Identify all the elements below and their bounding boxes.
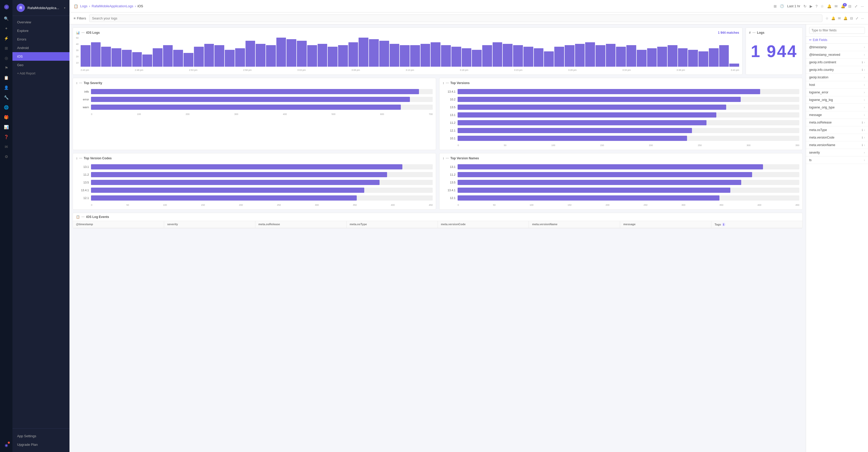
field-item[interactable]: meta.versionName ℹ › [806, 141, 868, 149]
field-item[interactable]: meta.versionCode ℹ › [806, 134, 868, 141]
matches-count: 1 944 matches [718, 31, 739, 34]
y-label: 30 [76, 49, 79, 52]
field-item[interactable]: meta.osType ℹ › [806, 126, 868, 134]
expand-icon[interactable]: ⤢ [855, 4, 858, 8]
profiling-nav-icon[interactable]: 📊 [2, 122, 11, 132]
display-icon[interactable]: ⊟ [850, 16, 853, 20]
bar-track [458, 188, 799, 193]
bar-label: 12.1 [76, 196, 89, 200]
export-icon[interactable]: ✉ [838, 16, 841, 20]
bar-track [91, 89, 433, 94]
tracing-nav-icon[interactable]: 🔧 [2, 93, 11, 102]
bell2-icon[interactable]: 🔔4 [841, 4, 845, 8]
field-item[interactable]: meta.osRelease ℹ › [806, 119, 868, 126]
info-icon: ℹ [862, 121, 863, 124]
filters-button[interactable]: ≡ Filters [74, 16, 86, 20]
edit-fields-button[interactable]: ✏ Edit Fields [806, 36, 868, 44]
field-item[interactable]: geoip.info.continent ℹ › [806, 59, 868, 66]
field-item[interactable]: logsene_error › [806, 89, 868, 96]
sidebar-item-geo[interactable]: Geo [12, 61, 69, 69]
histogram-bar [91, 42, 101, 67]
refresh-icon[interactable]: ↻ [803, 4, 807, 8]
filter-bell-icon[interactable]: 🔔 [843, 16, 847, 20]
sidebar-item-errors[interactable]: Errors [12, 35, 69, 44]
bar-track [458, 112, 799, 117]
explore-nav-icon[interactable]: ✦ [2, 24, 11, 33]
fullscreen-icon[interactable]: ⤢ [856, 16, 859, 20]
field-item[interactable]: message › [806, 111, 868, 119]
histogram-bar [668, 45, 677, 67]
help-nav-icon[interactable]: ❓ [2, 132, 11, 142]
bar-label: 13.1 [442, 165, 456, 168]
bookmark-icon[interactable]: ☆ [826, 16, 829, 20]
field-item[interactable]: severity › [806, 149, 868, 157]
mail-icon[interactable]: ✉ [835, 4, 838, 8]
field-item[interactable]: ts › [806, 157, 868, 164]
x-label: 3:38 pm [677, 69, 685, 72]
reports-nav-icon[interactable]: ⚑ [2, 63, 11, 73]
sidebar-item-overview[interactable]: Overview [12, 18, 69, 26]
filter-sev-icon: ⋯ [79, 81, 82, 85]
help-icon[interactable]: ? [816, 4, 818, 8]
star-icon[interactable]: ☆ [820, 4, 824, 8]
field-item[interactable]: geoip.info.country ℹ › [806, 66, 868, 74]
breadcrumb-logs[interactable]: Logs [80, 4, 87, 8]
filter-vc-icon: ⋯ [79, 157, 82, 160]
alert-bell-icon[interactable]: 🔔 [831, 16, 835, 20]
integrations-nav-icon[interactable]: 🎁 [2, 113, 11, 122]
logo-icon[interactable]: ◉ [2, 2, 11, 11]
histogram-bar [163, 45, 173, 67]
add-report-button[interactable]: + Add Report [12, 69, 69, 78]
charts-area: 📊 ⋯ iOS Logs 1 944 matches 50 40 30 20 1… [69, 24, 806, 452]
sidebar-item-ios[interactable]: iOS [12, 52, 69, 61]
field-filter-input[interactable] [809, 27, 865, 34]
more-filter-icon[interactable]: ··· [861, 16, 864, 20]
layout-icon[interactable]: ⊟ [848, 4, 851, 8]
sidebar-item-upgrade-plan[interactable]: Upgrade Plan [12, 440, 69, 449]
bell-icon[interactable]: 🔔 [827, 4, 832, 8]
notifications-nav-icon[interactable]: ✉ [2, 142, 11, 151]
dashboard-nav-icon[interactable]: ⊞ [2, 44, 11, 53]
field-item[interactable]: @timestamp › [806, 44, 868, 51]
logs-nav-icon[interactable]: 📋 [2, 73, 11, 83]
ios-logs-chart-panel: 📊 ⋯ iOS Logs 1 944 matches 50 40 30 20 1… [72, 28, 743, 75]
sidebar-item-android[interactable]: Android [12, 44, 69, 52]
sidebar-item-explore[interactable]: Explore [12, 26, 69, 35]
field-name-label: @timestamp_received [809, 53, 864, 57]
top-versions-panel: ↕ ⋯ Top Versions 13.4.1 10.2 13.5 13.1 [439, 78, 803, 150]
bar-label: 12.1 [442, 196, 456, 200]
sidebar-logo[interactable]: R RafalMobileApplica... ▾ [12, 0, 69, 16]
histogram-bar [204, 44, 214, 67]
log-search-input[interactable] [89, 15, 823, 22]
histogram-bar [81, 45, 91, 67]
alerts-nav-icon[interactable]: ◎ [2, 53, 11, 63]
bar-label: 11.2 [442, 173, 456, 176]
field-item[interactable]: logsene_orig_type › [806, 104, 868, 111]
bar-label: 13.1 [76, 165, 89, 168]
field-item[interactable]: host › [806, 81, 868, 89]
logs-count-title: Logs [757, 31, 765, 34]
field-item[interactable]: geoip.location › [806, 74, 868, 81]
play-icon[interactable]: ▶ [810, 4, 812, 8]
field-item[interactable]: @timestamp_received › [806, 51, 868, 59]
sort-icon3: ↕ [76, 157, 78, 160]
settings-nav-icon[interactable]: ⚙ [2, 152, 11, 161]
sidebar-item-app-settings[interactable]: App Settings [12, 432, 69, 440]
users-nav-icon[interactable]: 👤 [2, 83, 11, 92]
bar-fill [458, 105, 726, 110]
breadcrumb-app[interactable]: RafalMobileApplicationLogs [92, 4, 133, 8]
field-item[interactable]: logsene_orig_log › [806, 96, 868, 104]
search-nav-icon[interactable]: 🔍 [2, 14, 11, 23]
top-versions-title: Top Versions [450, 81, 469, 85]
grid-icon[interactable]: ⊞ [774, 4, 777, 8]
field-list: @timestamp › @timestamp_received › geoip… [806, 44, 868, 164]
errors-nav-icon[interactable]: ⚡ [2, 34, 11, 43]
histogram-bar [626, 45, 636, 67]
x-label: 2:48 pm [135, 69, 143, 72]
histogram-bar [297, 41, 307, 67]
account-nav-icon[interactable]: ◉ [2, 441, 11, 450]
more-icon[interactable]: ··· [861, 4, 864, 8]
bar-row: 11.2 [442, 120, 799, 125]
infrastructure-nav-icon[interactable]: 🌐 [2, 103, 11, 112]
bar-track [458, 164, 799, 169]
